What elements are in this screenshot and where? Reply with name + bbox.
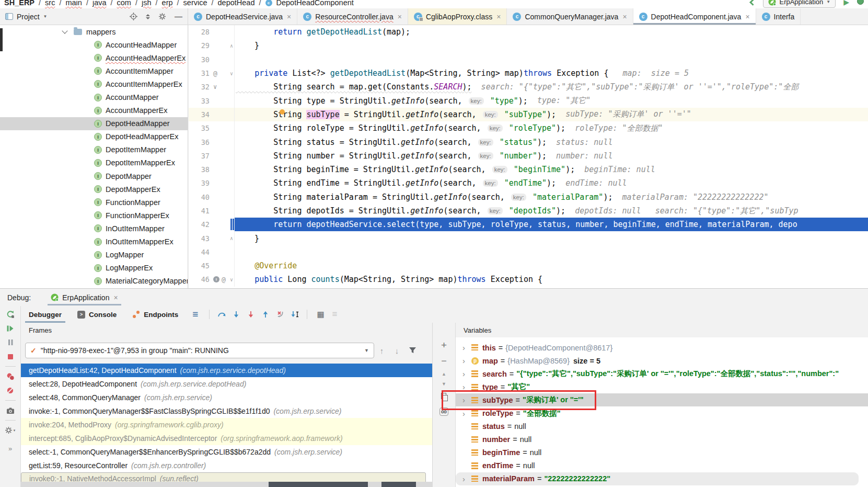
debug-session-tab[interactable]: ErpApplication ×: [44, 289, 124, 306]
code-line[interactable]: 40 String materialParam = StringUtil.get…: [189, 190, 868, 204]
down-arrow-icon[interactable]: ↓: [389, 346, 404, 355]
code-line[interactable]: 32∨ String search = map.get(Constants.SE…: [189, 80, 868, 94]
breadcrumb-item[interactable]: main: [65, 0, 82, 7]
filter-icon[interactable]: [404, 347, 420, 354]
locate-icon[interactable]: [130, 13, 137, 20]
frame-row[interactable]: select:-1, CommonQueryManager$$EnhancerB…: [21, 445, 432, 459]
close-icon[interactable]: ×: [496, 13, 501, 21]
tree-item[interactable]: IDepotHeadMapperEx: [0, 130, 188, 143]
code-line[interactable]: 37 String number = StringUtil.getInfo(se…: [189, 149, 868, 163]
view-breakpoints-icon[interactable]: [6, 369, 15, 383]
tree-item[interactable]: IDepotMapperEx: [0, 183, 188, 196]
breadcrumb-item[interactable]: service: [183, 0, 207, 7]
chevron-right-icon[interactable]: ›: [462, 395, 471, 404]
force-step-into-icon[interactable]: [244, 310, 258, 319]
frame-row[interactable]: invoke:204, MethodProxy(org.springframew…: [21, 418, 432, 432]
code-line[interactable]: 42 return depotHeadService.select(type, …: [189, 218, 868, 231]
code-line[interactable]: 28 return getDepotHeadList(map);: [189, 25, 868, 39]
code-line[interactable]: 33 String type = StringUtil.getInfo(sear…: [189, 94, 868, 107]
breadcrumb-item[interactable]: com: [117, 0, 131, 7]
code-line[interactable]: 29∧ }: [189, 39, 868, 52]
code-line[interactable]: 43∧ }: [189, 231, 868, 245]
code-line[interactable]: 46↑@∨ public Long counts(Map<String, Str…: [189, 273, 868, 286]
tree-item[interactable]: IAccountItemMapperEx: [0, 77, 188, 90]
tree-item[interactable]: IAccountHeadMapper: [0, 38, 188, 51]
step-out-icon[interactable]: [258, 310, 273, 319]
tab-endpoints[interactable]: Endpoints: [124, 306, 186, 323]
tree-item[interactable]: IAccountItemMapper: [0, 64, 188, 77]
chevron-right-icon[interactable]: ›: [462, 356, 471, 365]
step-into-icon[interactable]: [229, 310, 244, 319]
rerun-icon[interactable]: [6, 307, 15, 321]
tree-item[interactable]: IAccountHeadMapperEx: [0, 51, 188, 64]
tree-item[interactable]: IFunctionMapper: [0, 196, 188, 209]
chevron-down-icon[interactable]: [62, 28, 67, 33]
editor-tab[interactable]: cDepotHeadService.java×: [188, 8, 297, 25]
code-line[interactable]: 31@∨ private List<?> getDepotHeadList(Ma…: [189, 66, 868, 80]
editor-tab[interactable]: cDepotHeadComponent.java×: [633, 8, 756, 25]
triangle-up-icon[interactable]: ▲: [442, 371, 446, 377]
code-line[interactable]: 44: [189, 245, 868, 259]
drop-frame-icon[interactable]: [273, 310, 287, 319]
tree-item[interactable]: IAccountMapper: [0, 90, 188, 104]
gear-icon[interactable]: [158, 13, 166, 20]
fold-icon[interactable]: ∨: [230, 71, 233, 76]
variable-row[interactable]: ›pmap={HashMap@8569}size = 5: [456, 354, 868, 367]
frame-row[interactable]: select:28, DepotHeadComponent(com.jsh.er…: [21, 377, 432, 391]
scrollbar-thumb[interactable]: [0, 28, 3, 51]
hide-panel-icon[interactable]: —: [175, 12, 182, 21]
code-editor[interactable]: 28 return getDepotHeadList(map);29∧ }303…: [189, 25, 868, 288]
pause-icon[interactable]: [7, 335, 14, 349]
gear-icon[interactable]: ▼: [5, 423, 16, 437]
breadcrumb-item[interactable]: src: [45, 0, 55, 7]
editor-tab[interactable]: cResourceController.java×: [297, 8, 408, 25]
tree-item[interactable]: IDepotHeadMapper: [0, 117, 188, 130]
frame-row[interactable]: select:48, CommonQueryManager(com.jsh.er…: [21, 391, 432, 404]
tab-console[interactable]: >Console: [70, 306, 124, 323]
thread-selector[interactable]: ✓ "http-nio-9978-exec-1"@7,953 in group …: [25, 343, 374, 358]
variable-row[interactable]: ›roleType="全部数据": [456, 406, 868, 420]
more-icon[interactable]: »: [8, 445, 12, 452]
chevron-down-icon[interactable]: ▼: [43, 14, 48, 19]
breadcrumb-item[interactable]: jsh: [142, 0, 152, 7]
frame-row[interactable]: invoke:-1, CommonQueryManager$$FastClass…: [21, 404, 432, 418]
tree-item[interactable]: ILogMapper: [0, 248, 188, 262]
tree-item[interactable]: IInOutItemMapperEx: [0, 235, 188, 248]
fold-icon[interactable]: ∧: [230, 235, 233, 241]
step-over-icon[interactable]: [214, 310, 229, 319]
tree-item[interactable]: ILogMapperEx: [0, 262, 188, 275]
resume-icon[interactable]: [6, 321, 14, 335]
close-icon[interactable]: ×: [622, 13, 627, 21]
up-arrow-icon[interactable]: ↑: [374, 346, 389, 355]
variable-row[interactable]: beginTime=null: [456, 446, 868, 459]
close-icon[interactable]: ×: [287, 13, 291, 21]
tree-item[interactable]: IMaterialCategoryMapper: [0, 275, 188, 288]
breadcrumb-item[interactable]: java: [92, 0, 107, 7]
chevron-right-icon[interactable]: ›: [462, 382, 471, 391]
tree-item[interactable]: IDepotItemMapper: [0, 143, 188, 156]
tree-item[interactable]: IAccountMapperEx: [0, 104, 188, 117]
chevron-right-icon[interactable]: ›: [462, 474, 471, 483]
code-line[interactable]: 36 String status = StringUtil.getInfo(se…: [189, 135, 868, 149]
thread-dump-camera-icon[interactable]: [6, 403, 15, 417]
run-button[interactable]: ▶: [843, 0, 849, 6]
watch-return-values-icon[interactable]: ∞: [439, 407, 448, 416]
hamburger-menu-icon[interactable]: ≡: [192, 309, 198, 320]
override-icon[interactable]: ↑: [213, 276, 219, 282]
evaluate-expression-icon[interactable]: ▦: [317, 310, 324, 319]
code-line[interactable]: 38 String beginTime = StringUtil.getInfo…: [189, 163, 868, 176]
variable-row[interactable]: ›subType="采购订单' or ''='": [456, 393, 868, 406]
fold-icon[interactable]: ∨: [230, 277, 233, 282]
editor-tab[interactable]: cInterfa: [756, 8, 801, 25]
tree-item[interactable]: IDepotItemMapperEx: [0, 156, 188, 169]
layout-settings-icon[interactable]: ≡: [332, 309, 338, 320]
close-icon[interactable]: ×: [398, 13, 402, 21]
tree-item[interactable]: IDepotMapper: [0, 169, 188, 183]
tree-item[interactable]: IInOutItemMapper: [0, 222, 188, 235]
debug-button[interactable]: [857, 0, 864, 5]
breadcrumb-item[interactable]: SH_ERP: [4, 0, 34, 7]
copy-icon[interactable]: [441, 393, 447, 400]
variable-row[interactable]: ›materialParam="22222222222222": [456, 472, 859, 485]
run-config-selector[interactable]: ErpApplication ▼: [763, 0, 836, 8]
variable-row[interactable]: endTime=null: [456, 459, 868, 472]
